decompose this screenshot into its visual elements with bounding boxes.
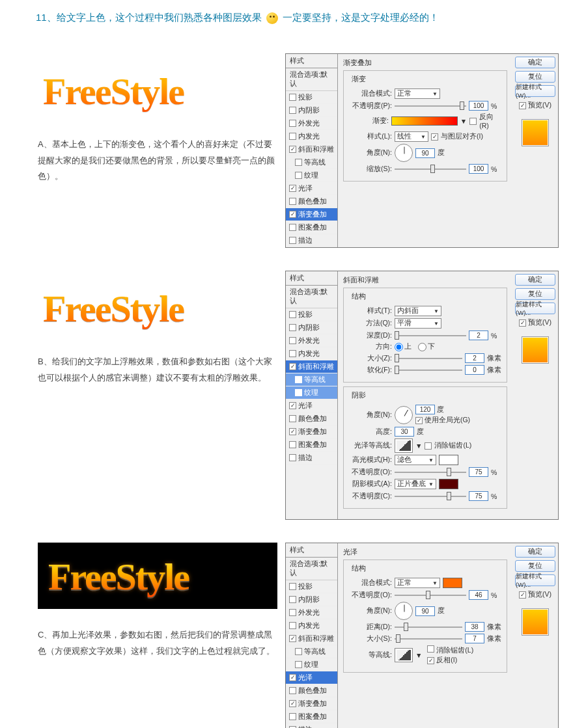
headline-pre: 11、给文字上色，这个过程中我们熟悉各种图层效果 — [36, 12, 262, 24]
satin-dist-value[interactable]: 38 — [465, 622, 484, 632]
sh-opacity-slider[interactable] — [395, 492, 466, 500]
sitem-patternoverlay[interactable]: 图案叠加 — [286, 221, 337, 234]
gloss-contour[interactable] — [395, 438, 413, 453]
satin-angle-dial[interactable] — [395, 602, 413, 620]
satin-dist-slider[interactable] — [395, 623, 462, 631]
ok-button-b[interactable]: 确定 — [515, 274, 555, 286]
dir-down-radio[interactable] — [418, 343, 426, 351]
scale-slider[interactable] — [395, 165, 466, 173]
logo-a: FreeStyle — [38, 53, 189, 118]
logo-c: FreeStyle — [46, 549, 191, 600]
panel-a-title: 渐变叠加 — [343, 58, 507, 68]
altitude-value[interactable]: 30 — [395, 427, 414, 437]
satin-angle-value[interactable]: 90 — [415, 606, 435, 616]
newstyle-button-b[interactable]: 新建样式(W)... — [515, 303, 555, 314]
layer-style-panel-b: 样式 混合选项:默认 投影 内阴影 外发光 内发光 斜面和浮雕 等高线 纹理 光… — [285, 271, 559, 520]
sitem-bevel-sel[interactable]: 斜面和浮雕 — [286, 360, 337, 373]
soften-value[interactable]: 0 — [465, 365, 484, 375]
highlight-color[interactable] — [439, 455, 458, 465]
sitem-satin-sel[interactable]: 光泽 — [286, 671, 337, 684]
row-a: FreeStyle A、基本上色，上下的渐变色，这个看个人的喜好来定（不过要提醒… — [0, 31, 586, 248]
shadow-angle-dial[interactable] — [395, 406, 413, 424]
shadow-color[interactable] — [439, 479, 458, 489]
caption-c: C、再加上光泽效果，参数如右图，然后把我们的背景调整成黑色（方便观察文字效果）这… — [38, 627, 279, 659]
ok-button[interactable]: 确定 — [515, 57, 555, 68]
blend-mode-dd[interactable]: 正常▼ — [395, 88, 440, 99]
cancel-button[interactable]: 复位 — [515, 71, 555, 83]
sitem-satin[interactable]: 光泽 — [286, 182, 337, 195]
satin-contour[interactable] — [395, 648, 413, 662]
hi-opacity-slider[interactable] — [395, 468, 466, 476]
reverse-ck[interactable] — [469, 118, 477, 125]
global-light-ck[interactable] — [415, 417, 423, 424]
caption-b: B、给我们的文字加上浮雕效果，数值和参数如右图（这个大家也可以根据个人的感官来调… — [38, 354, 279, 386]
sitem-contour[interactable]: 等高线 — [286, 156, 337, 169]
scale-value[interactable]: 100 — [469, 164, 488, 174]
sitem-stroke[interactable]: 描边 — [286, 234, 337, 247]
shadow-angle-value[interactable]: 120 — [415, 405, 435, 414]
size-value[interactable]: 2 — [465, 353, 484, 363]
row-b: FreeStyle B、给我们的文字加上浮雕效果，数值和参数如右图（这个大家也可… — [0, 248, 586, 520]
ok-button-c[interactable]: 确定 — [515, 546, 555, 558]
soften-slider[interactable] — [395, 366, 462, 374]
panel-a-group: 渐变 — [349, 75, 369, 84]
headline: 11、给文字上色，这个过程中我们熟悉各种图层效果 一定要坚持，这是文字处理必经的… — [0, 12, 586, 31]
shadow-mode-dd[interactable]: 正片叠底▼ — [395, 479, 436, 489]
panel-b-title: 斜面和浮雕 — [343, 275, 507, 285]
style-list: 样式 混合选项:默认 投影 内阴影 外发光 内发光 斜面和浮雕 等高线 纹理 光… — [286, 54, 338, 247]
preview-ck[interactable] — [519, 102, 526, 109]
style-list-sub[interactable]: 混合选项:默认 — [286, 68, 337, 91]
satin-anti-ck[interactable] — [427, 645, 434, 653]
panel-c-title: 光泽 — [343, 547, 507, 557]
antialias-ck[interactable] — [425, 442, 432, 450]
gradient-swatch[interactable] — [391, 116, 458, 126]
satin-size-slider[interactable] — [395, 635, 462, 643]
caption-a: A、基本上色，上下的渐变色，这个看个人的喜好来定（不过要提醒大家的是我们还要做黑… — [38, 137, 279, 185]
sitem-innershadow[interactable]: 内阴影 — [286, 104, 337, 117]
angle-dial[interactable] — [395, 144, 413, 162]
headline-post: 一定要坚持，这是文字处理必经的！ — [283, 12, 439, 24]
gradient-style-dd[interactable]: 线性▼ — [395, 131, 428, 142]
cancel-button-b[interactable]: 复位 — [515, 288, 555, 300]
sitem-innerglow[interactable]: 内发光 — [286, 130, 337, 143]
sitem-gradientoverlay[interactable]: 渐变叠加 — [286, 208, 337, 221]
emoji-thinking-icon — [266, 12, 278, 24]
preview-swatch-b — [522, 336, 549, 364]
satin-color[interactable] — [443, 578, 462, 588]
newstyle-button[interactable]: 新建样式(W)... — [515, 85, 555, 97]
preview-swatch — [522, 119, 549, 146]
satin-invert-ck[interactable] — [427, 657, 434, 664]
opacity-value[interactable]: 100 — [469, 101, 488, 111]
depth-value[interactable]: 2 — [469, 330, 488, 340]
sitem-outerglow[interactable]: 外发光 — [286, 117, 337, 130]
dir-up-radio[interactable] — [395, 343, 403, 351]
layer-style-panel-c: 样式 混合选项:默认 投影 内阴影 外发光 内发光 斜面和浮雕 等高线 纹理 光… — [285, 543, 559, 728]
layer-style-panel-a: 样式 混合选项:默认 投影 内阴影 外发光 内发光 斜面和浮雕 等高线 纹理 光… — [285, 53, 559, 248]
align-ck[interactable] — [431, 133, 438, 141]
depth-slider[interactable] — [395, 332, 466, 340]
sitem-dropshadow[interactable]: 投影 — [286, 91, 337, 104]
size-slider[interactable] — [395, 355, 462, 362]
satin-opacity-value[interactable]: 46 — [469, 590, 488, 600]
cancel-button-c[interactable]: 复位 — [515, 560, 555, 572]
sitem-bevel[interactable]: 斜面和浮雕 — [286, 143, 337, 156]
satin-size-value[interactable]: 7 — [465, 634, 484, 643]
technique-dd[interactable]: 平滑▼ — [395, 318, 441, 329]
sitem-texture[interactable]: 纹理 — [286, 169, 337, 182]
newstyle-button-c[interactable]: 新建样式(W)... — [515, 574, 555, 586]
satin-opacity-slider[interactable] — [395, 591, 466, 599]
bevel-style-dd[interactable]: 内斜面▼ — [395, 306, 441, 316]
highlight-mode-dd[interactable]: 滤色▼ — [395, 455, 436, 465]
style-list-header: 样式 — [286, 54, 337, 68]
satin-blend-dd[interactable]: 正常▼ — [395, 578, 440, 588]
sitem-coloroverlay[interactable]: 颜色叠加 — [286, 195, 337, 208]
opacity-slider[interactable] — [395, 102, 466, 110]
angle-value[interactable]: 90 — [415, 148, 435, 158]
preview-swatch-c — [522, 608, 549, 636]
logo-b: FreeStyle — [38, 271, 189, 336]
row-c: FreeStyle C、再加上光泽效果，参数如右图，然后把我们的背景调整成黑色（… — [0, 520, 586, 728]
